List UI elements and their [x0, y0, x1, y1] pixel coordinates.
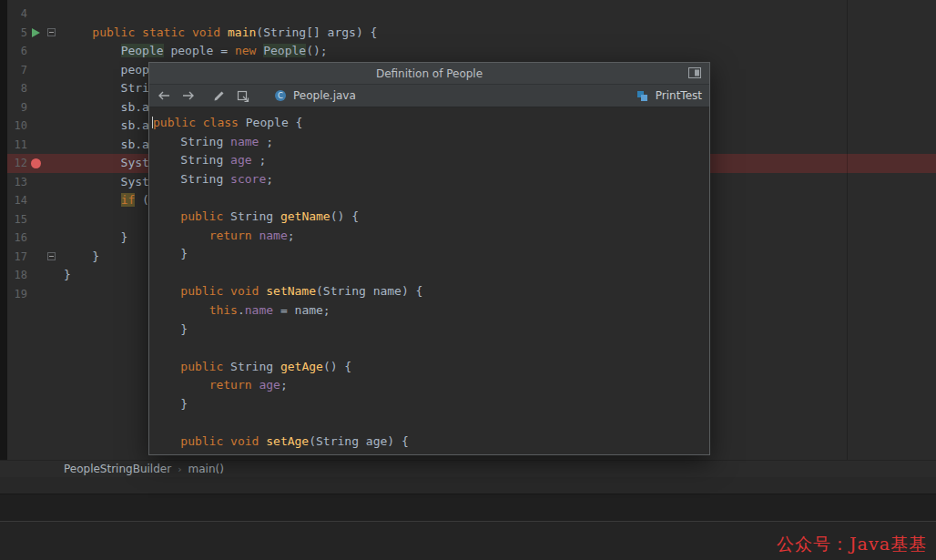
line-number[interactable]: 8 — [7, 79, 27, 98]
code-token: public class — [153, 116, 239, 129]
line-number[interactable]: 17 — [7, 248, 27, 267]
fold-marker-slot — [44, 42, 58, 61]
fold-marker-slot — [44, 266, 58, 285]
code-token: setAge — [266, 434, 309, 448]
line-number[interactable]: 10 — [7, 117, 27, 136]
editor-line-4[interactable]: 4 — [7, 5, 936, 24]
code-text: if ( — [58, 191, 149, 210]
code-token — [152, 284, 180, 298]
back-arrow-icon[interactable] — [157, 88, 171, 103]
run-arrow-icon[interactable] — [32, 28, 40, 37]
fold-marker-slot — [44, 210, 58, 229]
code-token: public void — [180, 434, 259, 448]
popup-code-line[interactable] — [152, 339, 709, 358]
popup-code-line[interactable] — [152, 264, 709, 283]
popup-code-line[interactable]: public void setName(String name) { — [152, 282, 709, 301]
code-token: . — [238, 453, 245, 454]
gutter-icon-slot — [27, 61, 44, 80]
code-token: getAge — [280, 360, 323, 373]
fold-icon[interactable] — [47, 252, 56, 260]
popup-code-line[interactable]: return name; — [152, 227, 709, 246]
editor-line-6[interactable]: 6 People people = new People(); — [7, 42, 936, 61]
popup-module-label[interactable]: PrintTest — [636, 88, 702, 103]
code-token: setName — [266, 284, 316, 298]
popup-code-line[interactable]: String age ; — [152, 151, 709, 170]
code-token: } — [152, 322, 188, 336]
code-token: public — [180, 360, 223, 373]
line-number[interactable]: 14 — [7, 191, 27, 210]
fold-icon[interactable] — [47, 28, 56, 36]
popup-code-line[interactable]: this.age = age; — [152, 452, 709, 454]
forward-arrow-icon[interactable] — [181, 88, 196, 103]
breakpoint-icon[interactable] — [31, 158, 41, 168]
code-token: name — [245, 303, 273, 317]
breadcrumb-item-class[interactable]: PeopleStringBuilder — [64, 463, 171, 475]
code-text: sb.ap — [58, 98, 157, 117]
gutter-icon-slot[interactable] — [27, 24, 44, 43]
popup-code-line[interactable]: } — [152, 321, 709, 340]
popup-code-line[interactable] — [152, 188, 709, 208]
line-number[interactable]: 16 — [7, 229, 27, 248]
line-number[interactable]: 9 — [7, 98, 27, 117]
line-number[interactable]: 18 — [7, 266, 27, 285]
line-number[interactable]: 6 — [7, 42, 27, 61]
popup-code-line[interactable]: String score; — [152, 170, 709, 189]
open-as-tool-window-icon[interactable] — [688, 67, 701, 78]
code-token — [152, 434, 180, 448]
popup-code-line[interactable] — [152, 414, 709, 433]
quick-definition-popup[interactable]: Definition of People — [148, 62, 710, 455]
code-token — [64, 44, 121, 57]
line-number[interactable]: 7 — [7, 61, 27, 80]
popup-code-line[interactable]: } — [152, 395, 709, 414]
popup-code-line[interactable]: public void setAge(String age) { — [152, 433, 709, 452]
popup-code-line[interactable]: String name ; — [152, 133, 709, 152]
line-number[interactable]: 4 — [7, 5, 27, 24]
breadcrumb-item-method[interactable]: main() — [188, 463, 224, 475]
gutter-icon-slot[interactable] — [27, 154, 44, 173]
gutter-icon-slot — [27, 5, 44, 24]
code-token: sb.ap — [64, 118, 157, 132]
popup-code-line[interactable]: this.name = name; — [152, 301, 709, 321]
popup-code-line[interactable]: } — [152, 245, 709, 264]
popup-title-bar[interactable]: Definition of People — [149, 63, 709, 84]
line-number[interactable]: 15 — [7, 210, 27, 229]
code-token: (String age) { — [309, 434, 409, 448]
popup-code-line[interactable]: public String getAge() { — [152, 358, 709, 377]
view-source-icon[interactable] — [236, 88, 250, 103]
code-token: Syste — [64, 156, 157, 169]
code-token: = name; — [273, 303, 331, 317]
code-token: () { — [331, 209, 359, 223]
line-number[interactable]: 12 — [7, 154, 27, 173]
line-number[interactable]: 13 — [7, 173, 27, 192]
gutter-icon-slot — [27, 42, 44, 61]
popup-code-line[interactable]: public String getName() { — [152, 208, 709, 227]
code-token: this — [209, 303, 238, 317]
popup-code-view[interactable]: public class People { String name ; Stri… — [149, 107, 709, 454]
fold-marker-slot[interactable] — [44, 24, 58, 43]
code-token: sb.ap — [64, 137, 157, 151]
editor-line-5[interactable]: 5 public static void main(String[] args)… — [7, 24, 936, 43]
code-token: return — [209, 229, 252, 242]
gutter-icon-slot — [27, 98, 44, 117]
line-number[interactable]: 11 — [7, 136, 27, 155]
line-number[interactable]: 5 — [7, 24, 27, 43]
fold-marker-slot[interactable] — [44, 248, 58, 267]
code-token: People — [263, 44, 306, 57]
code-token: peopl — [64, 63, 157, 76]
code-token — [152, 360, 180, 373]
edit-source-icon[interactable] — [211, 88, 226, 103]
code-token: public — [180, 209, 223, 223]
code-token — [152, 378, 209, 392]
code-token: String — [152, 135, 230, 148]
popup-code-line[interactable]: public class People { — [152, 114, 709, 133]
code-text: peopl — [58, 61, 157, 80]
breadcrumb: PeopleStringBuilder › main() — [0, 460, 936, 477]
code-token: = age; — [266, 453, 316, 454]
line-number[interactable]: 19 — [7, 285, 27, 304]
popup-file-tab[interactable]: C People.java — [273, 88, 356, 103]
fold-marker-slot — [44, 173, 58, 192]
code-token: String — [152, 172, 230, 186]
gutter-icon-slot — [27, 79, 44, 98]
popup-code-line[interactable]: return age; — [152, 376, 709, 395]
code-text: } — [58, 248, 99, 267]
